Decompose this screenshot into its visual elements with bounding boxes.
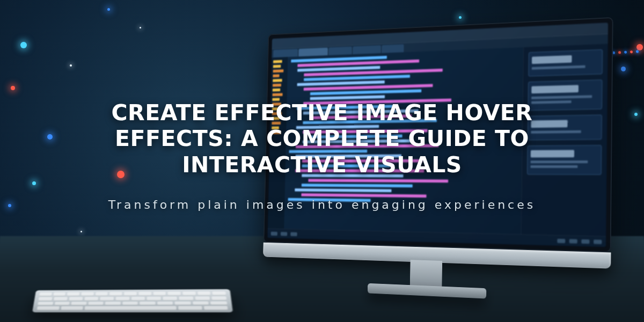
hero-overlay: CREATE EFFECTIVE IMAGE HOVER EFFECTS: A … [0, 0, 644, 322]
hero-title: CREATE EFFECTIVE IMAGE HOVER EFFECTS: A … [59, 100, 585, 178]
hero-subtitle: Transform plain images into engaging exp… [108, 198, 536, 211]
